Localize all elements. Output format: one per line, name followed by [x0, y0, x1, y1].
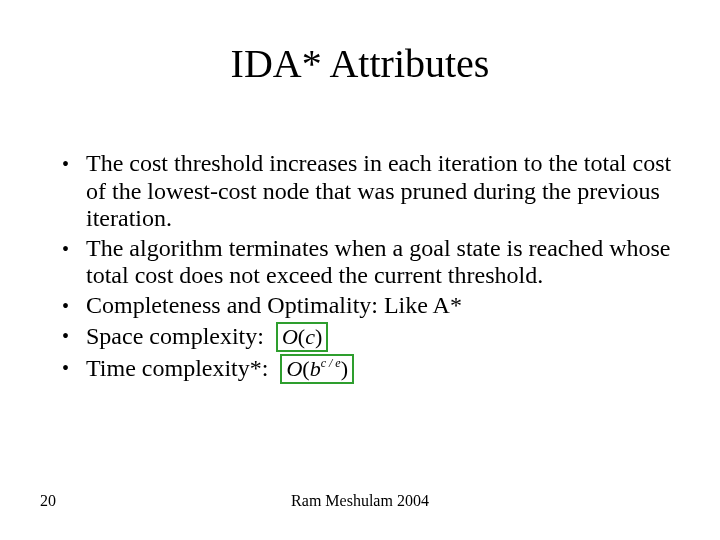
formula-arg: c	[305, 324, 315, 349]
paren-close: )	[341, 356, 348, 381]
bullet-text: Space complexity:	[86, 323, 270, 349]
formula-exponent: c / e	[321, 356, 341, 370]
formula-base: b	[310, 356, 321, 381]
bullet-item: The algorithm terminates when a goal sta…	[54, 235, 674, 290]
bullet-item: The cost threshold increases in each ite…	[54, 150, 674, 233]
bullet-text: Time complexity*:	[86, 355, 274, 381]
bullet-item: Time complexity*: O(bc / e)	[54, 354, 674, 384]
bullet-list: The cost threshold increases in each ite…	[54, 150, 674, 384]
bullet-text: The algorithm terminates when a goal sta…	[86, 235, 670, 289]
bullet-text: Completeness and Optimality: Like A*	[86, 292, 462, 318]
bullet-text: The cost threshold increases in each ite…	[86, 150, 671, 231]
time-complexity-formula: O(bc / e)	[280, 354, 354, 384]
big-o-symbol: O	[282, 324, 298, 349]
paren-close: )	[315, 324, 322, 349]
slide-title: IDA* Attributes	[0, 40, 720, 87]
paren-open: (	[302, 356, 309, 381]
bullet-item: Space complexity: O(c)	[54, 322, 674, 352]
space-complexity-formula: O(c)	[276, 322, 328, 352]
slide-body: The cost threshold increases in each ite…	[54, 150, 674, 386]
slide: IDA* Attributes The cost threshold incre…	[0, 0, 720, 540]
bullet-item: Completeness and Optimality: Like A*	[54, 292, 674, 320]
footer-text: Ram Meshulam 2004	[0, 492, 720, 510]
big-o-symbol: O	[286, 356, 302, 381]
